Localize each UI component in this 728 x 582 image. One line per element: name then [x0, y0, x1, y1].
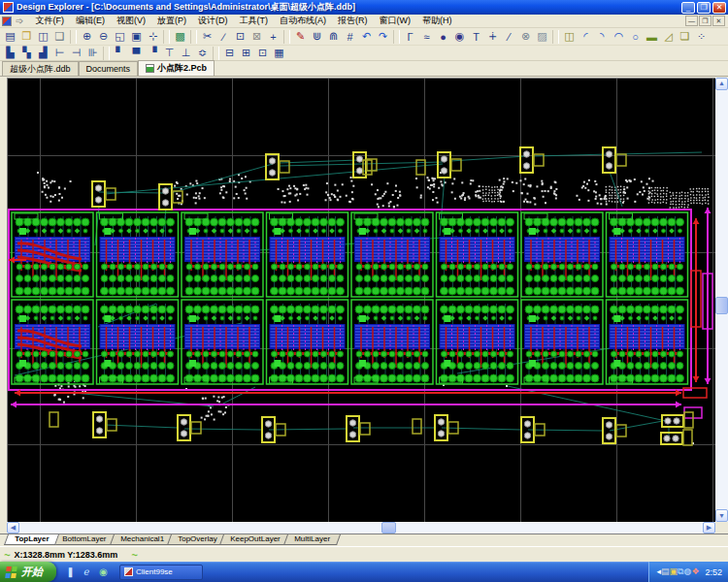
decrease-h-spacing-icon[interactable]: ⊪ — [84, 46, 101, 60]
horizontal-scrollbar[interactable]: ◀ ▶ — [7, 522, 715, 534]
design-manager-arrow-icon[interactable]: ➩ — [16, 16, 23, 26]
restore-button[interactable]: ❐ — [697, 2, 711, 14]
vertical-scroll-thumb[interactable] — [715, 297, 728, 314]
placement-grid-icon[interactable]: ▦ — [271, 46, 287, 60]
array-place-icon[interactable]: ⁘ — [693, 29, 710, 44]
doc-tab-1[interactable]: Documents — [79, 61, 139, 76]
room-icon[interactable]: ◫ — [561, 29, 578, 44]
zoom-window-icon[interactable]: ◱ — [112, 29, 128, 44]
menu-item-4[interactable]: 设计(D) — [192, 16, 234, 25]
align-left-icon[interactable]: ▙ — [2, 46, 18, 60]
place-fill-icon[interactable]: ⊗ — [517, 29, 534, 44]
move-icon[interactable]: + — [265, 29, 281, 44]
minimize-button[interactable]: _ — [681, 2, 695, 14]
cut-icon[interactable]: ✂ — [199, 29, 215, 44]
doc-tab-2[interactable]: 小点阵2.Pcb — [138, 60, 215, 76]
layer-tab-bottomlayer[interactable]: BottomLayer — [51, 534, 116, 545]
mdi-restore-button[interactable]: ❐ — [699, 16, 711, 26]
polygon-icon[interactable]: ◿ — [660, 29, 677, 44]
arrange-components-icon[interactable]: ⊟ — [221, 46, 238, 60]
grid-icon[interactable]: # — [342, 29, 358, 44]
increase-v-spacing-icon[interactable]: ⊥ — [178, 46, 194, 60]
place-hatch-icon[interactable]: ▨ — [534, 29, 550, 44]
layer-tab-multilayer[interactable]: MultiLayer — [283, 534, 341, 545]
increase-h-spacing-icon[interactable]: ⊣ — [68, 46, 84, 60]
decrease-v-spacing-icon[interactable]: ≎ — [194, 46, 211, 60]
taskbar-app-button[interactable]: Client99se — [119, 565, 203, 580]
save-icon[interactable]: ◫ — [35, 29, 51, 44]
space-equal-h-icon[interactable]: ⊢ — [51, 46, 68, 60]
paste-array-icon[interactable]: ❏ — [677, 29, 693, 44]
zoom-point-icon[interactable]: ⊹ — [145, 29, 161, 44]
layer-tab-topoverlay[interactable]: TopOverlay — [167, 534, 227, 545]
pcb-editor-canvas[interactable] — [7, 78, 716, 523]
space-equal-v-icon[interactable]: ⊤ — [161, 46, 178, 60]
vertical-scrollbar[interactable]: ▲ ▼ — [715, 78, 728, 522]
scroll-up-button[interactable]: ▲ — [715, 78, 728, 90]
scroll-left-button[interactable]: ◀ — [7, 522, 19, 534]
slice-icon[interactable]: ∕ — [215, 29, 232, 44]
arc-center-icon[interactable]: ◜ — [578, 29, 594, 44]
scroll-right-button[interactable]: ▶ — [703, 522, 715, 534]
menu-item-5[interactable]: 工具(T) — [233, 16, 274, 25]
place-pad-icon[interactable]: ● — [435, 29, 451, 44]
open-icon[interactable]: ❒ — [18, 29, 35, 44]
close-button[interactable]: ✕ — [712, 2, 726, 14]
title-bar[interactable]: Design Explorer - [C:\Documents and Sett… — [0, 0, 728, 15]
menu-item-2[interactable]: 视图(V) — [111, 16, 151, 25]
deselect-icon[interactable]: ⊠ — [248, 29, 265, 44]
align-top-icon[interactable]: ▘ — [112, 46, 128, 60]
ie-icon[interactable]: ℯ — [81, 566, 93, 578]
horizontal-scroll-thumb[interactable] — [381, 522, 396, 534]
arrange-in-room-icon[interactable]: ⊞ — [238, 46, 254, 60]
net-browse-icon[interactable]: ⋒ — [325, 29, 342, 44]
component-browse-icon[interactable]: ⋓ — [309, 29, 325, 44]
player-icon[interactable]: ◉ — [97, 566, 110, 578]
zoom-in-icon[interactable]: ⊕ — [79, 29, 95, 44]
place-dimension-icon[interactable]: ⁄ — [501, 29, 517, 44]
menu-item-6[interactable]: 自动布线(A) — [274, 16, 332, 25]
desktop-icon[interactable]: ❚ — [64, 566, 77, 578]
align-bottom-icon[interactable]: ▝ — [145, 46, 161, 60]
zoom-document-icon[interactable]: ▣ — [128, 29, 145, 44]
printer-tray-icon[interactable]: ▤ — [661, 566, 670, 576]
arc-edge-icon[interactable]: ◝ — [594, 29, 611, 44]
zoom-out-icon[interactable]: ⊖ — [95, 29, 112, 44]
align-middle-icon[interactable]: ▀ — [128, 46, 145, 60]
mdi-close-button[interactable]: ✕ — [712, 16, 725, 26]
rect-fill-icon[interactable]: ▬ — [644, 29, 660, 44]
align-right-icon[interactable]: ▟ — [35, 46, 51, 60]
menu-item-9[interactable]: 帮助(H) — [416, 16, 458, 25]
place-track-icon[interactable]: Γ — [402, 29, 418, 44]
main-toolbar: ▤❒◫❑⊕⊖◱▣⊹▩✂∕⊡⊠+✎⋓⋒#↶↷Γ≈●◉T∔⁄⊗▨◫◜◝◠○▬◿❏⁘ — [0, 28, 728, 46]
place-via-icon[interactable]: ◉ — [451, 29, 468, 44]
start-button[interactable]: 开始 — [0, 562, 56, 582]
menu-item-0[interactable]: 文件(F) — [29, 16, 70, 25]
print-icon[interactable]: ❑ — [51, 29, 68, 44]
select-area-icon[interactable]: ⊡ — [232, 29, 248, 44]
layer-tab-mechanical1[interactable]: Mechanical1 — [110, 534, 175, 545]
scroll-down-button[interactable]: ▼ — [715, 509, 728, 522]
arrange-outside-icon[interactable]: ⊡ — [254, 46, 271, 60]
place-coordinate-icon[interactable]: ∔ — [484, 29, 501, 44]
redo-icon[interactable]: ↷ — [375, 29, 391, 44]
layer-tab-toplayer[interactable]: TopLayer — [4, 534, 59, 545]
doc-tab-0[interactable]: 超级小点阵.ddb — [2, 61, 79, 76]
align-center-h-icon[interactable]: ▚ — [18, 46, 35, 60]
bitmap-icon[interactable]: ▩ — [172, 29, 188, 44]
circle-icon[interactable]: ○ — [627, 29, 644, 44]
mdi-minimize-button[interactable]: — — [685, 16, 698, 26]
highlight-pen-icon[interactable]: ✎ — [292, 29, 309, 44]
menu-item-8[interactable]: 窗口(W) — [373, 16, 416, 25]
place-string-icon[interactable]: T — [468, 29, 484, 44]
menu-item-3[interactable]: 放置(P) — [151, 16, 192, 25]
layer-tab-keepoutlayer[interactable]: KeepOutLayer — [219, 534, 291, 545]
menu-item-7[interactable]: 报告(R) — [332, 16, 374, 25]
place-arc-track-icon[interactable]: ≈ — [418, 29, 435, 44]
explorer-panels-icon[interactable]: ▤ — [2, 29, 18, 44]
update-tray-icon[interactable]: ▣ — [670, 566, 678, 576]
menu-item-1[interactable]: 编辑(E) — [70, 16, 111, 25]
arc-any-icon[interactable]: ◠ — [611, 29, 627, 44]
undo-icon[interactable]: ↶ — [358, 29, 375, 44]
security-tray-icon[interactable]: ❖ — [691, 566, 699, 576]
